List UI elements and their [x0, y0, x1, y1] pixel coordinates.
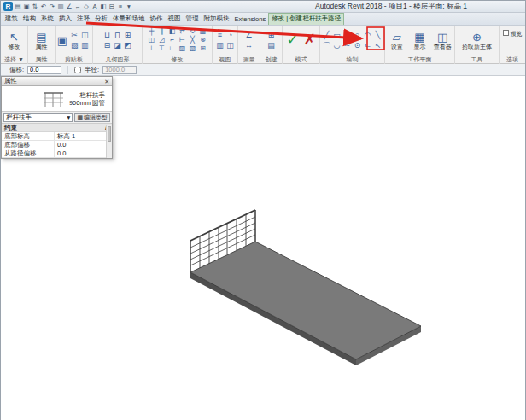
- show-work-plane-button[interactable]: ▦ 显示: [409, 31, 431, 50]
- tab-insert[interactable]: 插入: [56, 14, 74, 25]
- align-icon[interactable]: ╪: [147, 27, 157, 36]
- edit-type-button[interactable]: ▦ 编辑类型: [74, 113, 110, 122]
- switch-window-icon[interactable]: ◫: [225, 40, 236, 50]
- section-icon[interactable]: ⊟: [108, 2, 116, 11]
- group-icon[interactable]: ⊞: [198, 44, 208, 53]
- dimension-tool-icon[interactable]: ↔: [244, 40, 254, 50]
- redo-icon[interactable]: ↷: [48, 2, 56, 11]
- tab-systems[interactable]: 系统: [38, 14, 56, 25]
- param-value[interactable]: 0.0: [55, 149, 112, 157]
- fillet-arc-tool-icon[interactable]: ⊂: [363, 40, 373, 50]
- isolate-icon[interactable]: ▥: [215, 40, 225, 50]
- line-tool-icon[interactable]: ╱: [322, 30, 332, 40]
- cope-icon[interactable]: ◪: [113, 40, 123, 50]
- polygon-tool-icon[interactable]: ◇: [342, 30, 353, 40]
- thin-lines-view-icon[interactable]: ≡: [215, 30, 225, 40]
- center-arc-tool-icon[interactable]: ⌒: [322, 40, 332, 50]
- open-icon[interactable]: ▤: [14, 2, 22, 11]
- undo-icon[interactable]: ↶: [39, 2, 48, 11]
- tab-architecture[interactable]: 建筑: [3, 14, 20, 25]
- rectangle-tool-icon[interactable]: ▭: [332, 30, 342, 40]
- scale-icon[interactable]: ◿: [157, 36, 167, 44]
- mirror-icon[interactable]: ◧: [167, 27, 178, 36]
- aligned-dimension-icon[interactable]: ↔: [73, 2, 82, 11]
- work-plane-viewer-button[interactable]: ◫ 查看器: [431, 31, 453, 50]
- unpin-icon[interactable]: ⊤: [157, 44, 167, 53]
- close-icon[interactable]: ✕: [104, 78, 109, 85]
- radius-input[interactable]: [102, 66, 137, 74]
- paste-options-icon[interactable]: ▥: [79, 40, 90, 50]
- wall-joins-icon[interactable]: ⊞: [123, 30, 133, 40]
- tab-modify-create-railing-path[interactable]: 修改 | 创建栏杆扶手路径: [268, 13, 344, 25]
- tab-manage[interactable]: 管理: [184, 14, 202, 25]
- constraints-section-header[interactable]: 约束 ∧: [2, 124, 112, 132]
- offset-input[interactable]: [27, 66, 61, 74]
- finish-edit-mode-button[interactable]: ✓: [284, 27, 301, 53]
- copy-element-icon[interactable]: ◫: [147, 36, 157, 44]
- reveal-hidden-icon[interactable]: ◔: [225, 30, 236, 40]
- scrollbar-thumb[interactable]: [108, 126, 111, 142]
- tab-addins[interactable]: 附加模块: [202, 14, 232, 25]
- tab-massing-site[interactable]: 体量和场地: [110, 14, 148, 25]
- save-icon[interactable]: ▣: [22, 2, 31, 11]
- text-icon[interactable]: A: [91, 2, 99, 11]
- extend-icon[interactable]: ⊢: [178, 36, 188, 44]
- print-icon[interactable]: ▥: [56, 2, 65, 11]
- trim-corner-icon[interactable]: ∟: [167, 44, 178, 53]
- trim-icon[interactable]: ⌐: [167, 36, 178, 44]
- rotate-icon[interactable]: ↻: [188, 27, 198, 36]
- move-icon[interactable]: ⇄: [178, 27, 188, 36]
- pick-lines-tool-icon[interactable]: ╲: [373, 30, 383, 40]
- ellipse-tool-icon[interactable]: ⊙: [353, 40, 363, 50]
- offset-icon[interactable]: ∥: [157, 27, 167, 36]
- create-similar-icon[interactable]: ▤: [266, 40, 277, 50]
- type-selector-dropdown[interactable]: 栏杆扶手 ▾: [3, 113, 73, 122]
- pick-new-host-button[interactable]: ⊕ 拾取新主体: [458, 31, 497, 50]
- revit-logo[interactable]: R: [3, 2, 13, 11]
- param-value[interactable]: 0.0: [55, 141, 112, 149]
- modify-button[interactable]: ↖ 修改: [9, 31, 20, 50]
- tab-structure[interactable]: 结构: [20, 14, 38, 25]
- demolish-icon[interactable]: ▧: [188, 44, 198, 53]
- delete-icon[interactable]: ⊗: [198, 36, 208, 44]
- create-group-icon[interactable]: ⊞: [266, 30, 277, 40]
- tab-annotate[interactable]: 注释: [74, 14, 92, 25]
- tab-extensions[interactable]: Extensions: [232, 15, 269, 25]
- spline-tool-icon[interactable]: ∼: [342, 40, 353, 50]
- param-value[interactable]: 标高 1: [55, 132, 112, 140]
- measure-tool-icon[interactable]: ∠: [244, 30, 254, 40]
- measure-icon[interactable]: ∠: [65, 2, 73, 11]
- array-icon[interactable]: ▦: [198, 27, 208, 36]
- pick-walls-tool-icon[interactable]: ↖: [373, 40, 383, 50]
- panel-label-select[interactable]: 选择 ▼: [1, 55, 27, 64]
- tangent-arc-tool-icon[interactable]: ◡: [332, 40, 342, 50]
- circle-tool-icon[interactable]: ○: [353, 30, 363, 40]
- type-preview[interactable]: 栏杆扶手 900mm 圆管: [2, 86, 112, 112]
- tab-analyze[interactable]: 分析: [92, 14, 110, 25]
- properties-palette-header[interactable]: 属性 ✕: [2, 77, 112, 86]
- cancel-edit-mode-button[interactable]: ✗: [301, 27, 318, 53]
- drawing-area[interactable]: 属性 ✕ 栏杆扶手 900mm 圆管 栏杆扶手: [1, 76, 525, 420]
- match-properties-icon[interactable]: ▨: [69, 40, 79, 50]
- tab-view[interactable]: 视图: [166, 14, 184, 25]
- qat-customize-icon[interactable]: ▾: [125, 2, 133, 11]
- arc-tool-icon[interactable]: ◠: [363, 30, 373, 40]
- palette-scrollbar[interactable]: [106, 125, 112, 158]
- join-geometry-icon[interactable]: ⊓: [113, 30, 123, 40]
- pin-icon[interactable]: ⊥: [147, 44, 157, 53]
- sync-icon[interactable]: ⇅: [31, 2, 39, 11]
- default-3d-view-icon[interactable]: ◧: [99, 2, 108, 11]
- tag-icon[interactable]: ◇: [82, 2, 91, 11]
- set-work-plane-button[interactable]: ▱ 设置: [386, 31, 408, 50]
- split-icon[interactable]: ╳: [188, 36, 198, 44]
- beam-joins-icon[interactable]: ⊟: [102, 40, 113, 50]
- floor-slab[interactable]: [190, 242, 421, 365]
- copy-icon[interactable]: ◫: [79, 30, 90, 40]
- cut-icon[interactable]: ✂: [69, 30, 79, 40]
- radius-checkbox[interactable]: [74, 67, 81, 73]
- tab-collaborate[interactable]: 协作: [148, 14, 166, 25]
- split-face-icon[interactable]: ◩: [123, 40, 133, 50]
- properties-button[interactable]: ▤ 属性: [36, 31, 48, 50]
- paint-icon[interactable]: ▨: [178, 44, 188, 53]
- cut-geometry-icon[interactable]: ⊔: [102, 30, 113, 40]
